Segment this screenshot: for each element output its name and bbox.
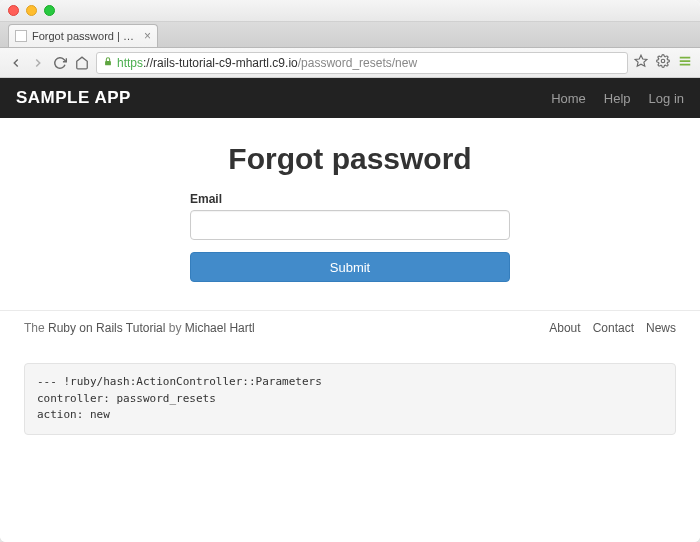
window-minimize-button[interactable] [26,5,37,16]
traffic-lights [8,5,55,16]
url-text: https://rails-tutorial-c9-mhartl.c9.io/p… [117,56,417,70]
url-path: /password_resets/new [298,56,417,70]
menu-icon[interactable] [678,54,692,72]
close-tab-icon[interactable]: × [144,29,151,43]
reload-button[interactable] [52,55,68,71]
browser-window: Forgot password | Ruby o × https://rails… [0,0,700,542]
back-button[interactable] [8,55,24,71]
url-host: ://rails-tutorial-c9-mhartl.c9.io [143,56,298,70]
svg-point-2 [661,59,665,63]
debug-params: --- !ruby/hash:ActionController::Paramet… [24,363,676,435]
page-viewport: SAMPLE APP Home Help Log in Forgot passw… [0,78,700,542]
footer-news[interactable]: News [646,321,676,335]
gear-icon[interactable] [656,54,670,72]
url-protocol: https [117,56,143,70]
footer-contact[interactable]: Contact [593,321,634,335]
brand-logo[interactable]: SAMPLE APP [16,88,131,108]
email-label: Email [190,192,510,206]
footer-about[interactable]: About [549,321,580,335]
tab-strip: Forgot password | Ruby o × [0,22,700,48]
footer-links: About Contact News [549,321,676,335]
address-bar[interactable]: https://rails-tutorial-c9-mhartl.c9.io/p… [96,52,628,74]
footer: The Ruby on Rails Tutorial by Michael Ha… [0,310,700,335]
window-close-button[interactable] [8,5,19,16]
forward-button[interactable] [30,55,46,71]
app-navbar: SAMPLE APP Home Help Log in [0,78,700,118]
content: Forgot password Email Submit [0,118,700,282]
browser-tab[interactable]: Forgot password | Ruby o × [8,24,158,47]
svg-marker-1 [635,55,647,66]
window-titlebar [0,0,700,22]
page-title: Forgot password [24,142,676,176]
nav-links: Home Help Log in [551,91,684,106]
nav-help[interactable]: Help [604,91,631,106]
browser-toolbar: https://rails-tutorial-c9-mhartl.c9.io/p… [0,48,700,78]
svg-rect-0 [105,61,111,65]
byline-mid: by [165,321,184,335]
submit-button[interactable]: Submit [190,252,510,282]
toolbar-right [634,54,692,72]
author-link[interactable]: Michael Hartl [185,321,255,335]
tab-title: Forgot password | Ruby o [32,30,139,42]
nav-login[interactable]: Log in [649,91,684,106]
page-favicon-icon [15,30,27,42]
nav-home[interactable]: Home [551,91,586,106]
bookmark-star-icon[interactable] [634,54,648,72]
email-field[interactable] [190,210,510,240]
forgot-password-form: Email Submit [190,192,510,282]
home-button[interactable] [74,55,90,71]
byline-prefix: The [24,321,48,335]
tutorial-link[interactable]: Ruby on Rails Tutorial [48,321,165,335]
window-zoom-button[interactable] [44,5,55,16]
lock-icon [103,56,113,69]
footer-byline: The Ruby on Rails Tutorial by Michael Ha… [24,321,255,335]
